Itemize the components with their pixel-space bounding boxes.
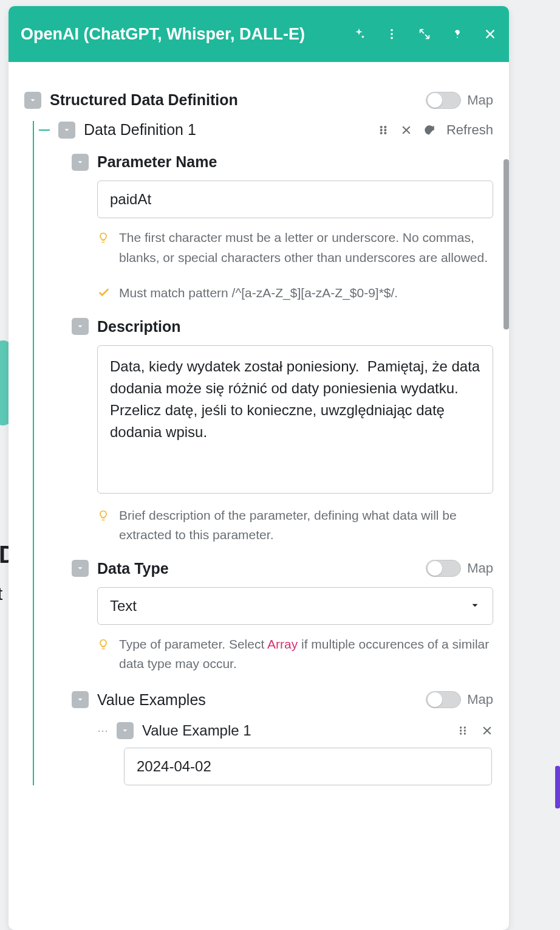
tree-connector (39, 129, 50, 131)
svg-point-6 (380, 129, 382, 131)
collapse-toggle[interactable] (58, 122, 75, 139)
svg-point-11 (464, 726, 466, 728)
description-input[interactable] (97, 345, 493, 494)
value-examples-header: Value Examples Map (72, 691, 493, 709)
svg-point-9 (384, 132, 386, 134)
tree-connector-icon: ⋯ (97, 724, 108, 737)
chevron-down-icon (470, 598, 480, 615)
data-definition-title: Data Definition 1 (84, 121, 369, 139)
map-switch[interactable] (426, 691, 461, 708)
header-actions (352, 27, 497, 41)
remove-icon[interactable] (400, 124, 412, 136)
map-label: Map (467, 92, 493, 108)
parameter-name-hint1: The first character must be a letter or … (119, 228, 493, 267)
svg-point-7 (384, 129, 386, 131)
value-example-row: ⋯ Value Example 1 (97, 722, 493, 739)
panel-body: Structured Data Definition Map Data Defi… (9, 62, 509, 930)
check-icon (97, 286, 109, 298)
svg-point-10 (460, 726, 462, 728)
data-type-label: Data Type (97, 560, 169, 577)
collapse-toggle[interactable] (72, 560, 89, 577)
parameter-name-hint2: Must match pattern /^[a-zA-Z_$][a-zA-Z_$… (119, 283, 398, 303)
data-type-value: Text (110, 598, 137, 615)
map-toggle: Map (426, 92, 493, 109)
map-switch[interactable] (426, 92, 461, 109)
panel-header: OpenAI (ChatGPT, Whisper, DALL-E) (9, 6, 509, 62)
refresh-label[interactable]: Refresh (446, 122, 493, 138)
row-actions: Refresh (377, 122, 493, 138)
svg-point-13 (464, 729, 466, 731)
data-type-map-toggle: Map (426, 560, 493, 577)
collapse-toggle[interactable] (72, 691, 89, 708)
bulb-icon (97, 230, 109, 243)
svg-point-3 (457, 37, 458, 38)
close-icon[interactable] (483, 27, 497, 41)
data-type-section: Data Type Map Text (72, 560, 493, 674)
data-type-hint: Type of parameter. Select Array if multi… (119, 635, 493, 674)
data-type-select[interactable]: Text (97, 587, 493, 625)
scrollbar[interactable] (504, 159, 509, 329)
background-glyph: t (0, 584, 2, 604)
svg-point-12 (460, 729, 462, 731)
section-structured-title: Structured Data Definition (50, 91, 417, 109)
description-section: Description Brief description of the par… (72, 318, 493, 545)
refresh-icon[interactable] (423, 124, 435, 136)
svg-point-15 (464, 732, 466, 734)
value-example-input[interactable] (124, 748, 492, 785)
config-panel: OpenAI (ChatGPT, Whisper, DALL-E) (9, 6, 509, 930)
value-examples-label: Value Examples (97, 691, 417, 709)
parameter-name-label: Parameter Name (97, 153, 217, 171)
collapse-toggle[interactable] (72, 154, 89, 171)
drag-handle-icon[interactable] (377, 124, 389, 136)
sparkle-icon[interactable] (352, 27, 366, 41)
section-structured-header: Structured Data Definition Map (24, 91, 493, 109)
parameter-name-section: Parameter Name The first character must … (72, 153, 493, 303)
remove-icon[interactable] (481, 725, 493, 737)
bulb-icon (97, 637, 109, 649)
collapse-toggle[interactable] (117, 722, 134, 739)
svg-point-5 (384, 126, 386, 128)
description-hint: Brief description of the parameter, defi… (119, 506, 493, 545)
value-example-actions (457, 725, 493, 737)
value-examples-map-toggle: Map (426, 691, 493, 708)
svg-point-1 (391, 33, 393, 35)
value-example-item-label: Value Example 1 (142, 722, 448, 739)
svg-point-4 (380, 126, 382, 128)
background-strip (555, 766, 560, 808)
map-switch[interactable] (426, 560, 461, 577)
map-label: Map (467, 560, 493, 576)
help-icon[interactable] (451, 27, 464, 41)
bulb-icon (97, 508, 109, 520)
collapse-toggle[interactable] (72, 318, 89, 335)
collapse-toggle[interactable] (24, 92, 41, 109)
map-label: Map (467, 692, 493, 708)
more-icon[interactable] (385, 27, 398, 41)
parameter-name-input[interactable] (97, 181, 493, 218)
description-label: Description (97, 318, 181, 336)
panel-title: OpenAI (ChatGPT, Whisper, DALL-E) (21, 25, 340, 44)
svg-point-8 (380, 132, 382, 134)
svg-point-2 (391, 37, 393, 40)
drag-handle-icon[interactable] (457, 725, 469, 737)
data-definition-row: Data Definition 1 Refresh (36, 121, 493, 139)
svg-point-0 (391, 29, 393, 32)
expand-icon[interactable] (418, 27, 431, 41)
svg-point-14 (460, 732, 462, 734)
